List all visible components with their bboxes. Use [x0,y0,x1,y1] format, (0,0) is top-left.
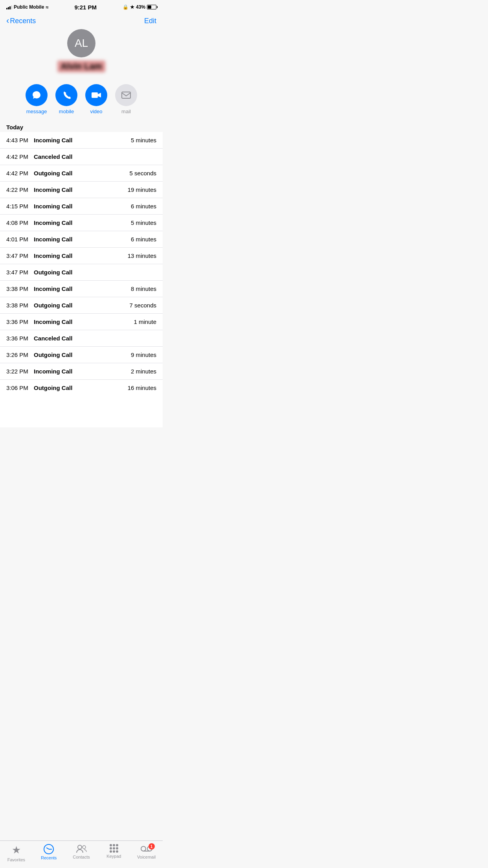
back-button[interactable]: ‹ Recents [6,17,36,25]
call-duration: 13 minutes [128,252,156,259]
call-time: 3:38 PM [6,302,34,309]
call-duration: 9 minutes [131,351,156,358]
call-type: Outgoing Call [34,302,130,309]
status-time: 9:21 PM [74,4,97,11]
call-duration: 1 minute [134,318,156,325]
call-row[interactable]: 4:42 PMCanceled Call [0,149,163,165]
call-row[interactable]: 3:36 PMCanceled Call [0,330,163,347]
call-type: Outgoing Call [34,384,128,391]
call-time: 4:42 PM [6,153,34,160]
call-time: 3:47 PM [6,269,34,276]
call-time: 4:01 PM [6,236,34,243]
lock-icon: 🔒 [123,4,128,10]
call-row[interactable]: 3:47 PMOutgoing Call [0,264,163,281]
call-row[interactable]: 3:26 PMOutgoing Call9 minutes [0,347,163,363]
signal-bar-3 [9,6,11,9]
call-time: 3:38 PM [6,285,34,292]
mail-label: mail [121,108,131,114]
svg-rect-1 [122,92,130,98]
call-row[interactable]: 4:22 PMIncoming Call19 minutes [0,182,163,198]
call-type: Canceled Call [34,153,156,160]
call-row[interactable]: 4:43 PMIncoming Call5 minutes [0,132,163,149]
call-time: 4:22 PM [6,186,34,193]
call-row[interactable]: 3:36 PMIncoming Call1 minute [0,314,163,330]
call-type: Incoming Call [34,219,131,226]
call-row[interactable]: 3:47 PMIncoming Call13 minutes [0,248,163,264]
call-duration: 6 minutes [131,203,156,210]
call-duration: 16 minutes [128,384,156,391]
nav-header: ‹ Recents Edit [0,13,163,28]
call-duration: 2 minutes [131,368,156,375]
call-row[interactable]: 4:01 PMIncoming Call6 minutes [0,231,163,248]
call-duration: 5 minutes [131,137,156,143]
call-time: 4:08 PM [6,219,34,226]
avatar-initials: AL [75,37,88,50]
mail-button-circle [115,84,137,106]
signal-bar-2 [8,7,9,9]
call-type: Incoming Call [34,186,128,193]
call-duration: 5 minutes [131,219,156,226]
mail-button[interactable]: mail [115,84,137,114]
call-time: 3:36 PM [6,335,34,342]
call-row[interactable]: 3:22 PMIncoming Call2 minutes [0,363,163,380]
contact-name: Alvin Lam [57,61,105,72]
mobile-label: mobile [59,108,74,114]
call-row[interactable]: 3:38 PMIncoming Call8 minutes [0,281,163,297]
call-duration: 5 seconds [130,170,156,177]
call-duration: 8 minutes [131,285,156,292]
video-label: video [90,108,102,114]
call-time: 4:43 PM [6,137,34,143]
call-row[interactable]: 4:15 PMIncoming Call6 minutes [0,198,163,215]
video-button-circle [85,84,107,106]
call-time: 4:15 PM [6,203,34,210]
contact-header: AL Alvin Lam [0,28,163,84]
message-icon [31,90,42,100]
battery-icon [147,5,156,9]
video-button[interactable]: video [85,84,107,114]
phone-icon [61,90,72,100]
status-left: Public Mobile ≈ [6,4,48,10]
call-row[interactable]: 4:42 PMOutgoing Call5 seconds [0,165,163,182]
call-type: Outgoing Call [34,351,131,358]
video-icon [91,91,102,99]
call-type: Outgoing Call [34,269,156,276]
call-type: Incoming Call [34,203,131,210]
call-time: 3:47 PM [6,252,34,259]
signal-bar-1 [6,8,7,9]
call-duration: 6 minutes [131,236,156,243]
status-bar: Public Mobile ≈ 9:21 PM 🔒 ★ 43% [0,0,163,13]
call-type: Incoming Call [34,368,131,375]
message-button[interactable]: message [26,84,48,114]
call-type: Incoming Call [34,318,134,325]
wifi-icon: ≈ [46,4,48,10]
bluetooth-icon: ★ [130,4,134,10]
message-button-circle [26,84,48,106]
call-history-list: 4:43 PMIncoming Call5 minutes4:42 PMCanc… [0,132,163,427]
call-type: Incoming Call [34,252,128,259]
svg-rect-0 [92,92,98,98]
call-time: 3:22 PM [6,368,34,375]
avatar: AL [67,29,95,57]
mobile-button[interactable]: mobile [55,84,77,114]
carrier-name: Public Mobile [14,4,44,10]
message-label: message [26,108,47,114]
signal-bars [6,5,12,9]
call-time: 3:26 PM [6,351,34,358]
call-time: 3:06 PM [6,384,34,391]
battery-percent: 43% [136,4,145,10]
signal-bar-4 [11,6,12,9]
call-type: Canceled Call [34,335,156,342]
call-type: Incoming Call [34,285,131,292]
call-row[interactable]: 4:08 PMIncoming Call5 minutes [0,215,163,231]
call-row[interactable]: 3:38 PMOutgoing Call7 seconds [0,297,163,314]
section-header-label: Today [6,124,23,131]
call-type: Outgoing Call [34,170,130,177]
back-label: Recents [10,17,36,25]
edit-button[interactable]: Edit [144,17,156,25]
mobile-button-circle [55,84,77,106]
call-duration: 7 seconds [130,302,156,309]
mail-icon [121,91,131,99]
call-row[interactable]: 3:06 PMOutgoing Call16 minutes [0,380,163,396]
chevron-left-icon: ‹ [6,17,9,25]
status-right: 🔒 ★ 43% [123,4,156,10]
